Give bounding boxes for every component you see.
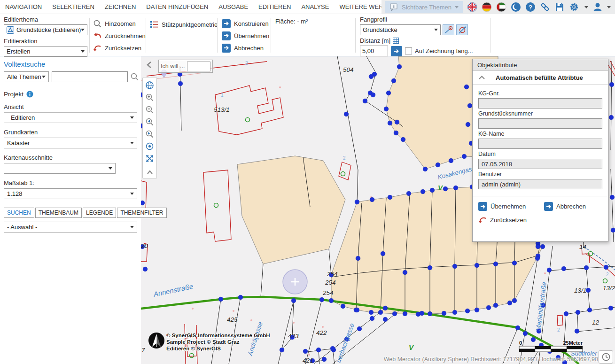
- vertex-dot[interactable]: [344, 112, 349, 116]
- hinzoomen-button[interactable]: Hinzoomen: [93, 18, 146, 29]
- alle-themen-select[interactable]: Alle Themen: [4, 71, 49, 82]
- vertex-dot[interactable]: [381, 251, 385, 256]
- zoom-in-button[interactable]: [143, 91, 156, 103]
- vertex-dot[interactable]: [466, 122, 470, 127]
- vertex-dot[interactable]: [383, 306, 388, 310]
- vertex-dot[interactable]: [586, 288, 591, 293]
- editieraktion-select[interactable]: Erstellen: [4, 46, 87, 57]
- editierthema-select[interactable]: Grundstücke (Editieren): [4, 24, 87, 35]
- apply-distance-button[interactable]: [391, 46, 402, 56]
- ansicht-select[interactable]: Editieren: [4, 112, 137, 123]
- fangprofil-select[interactable]: Grundstücke: [360, 24, 441, 35]
- datum-input[interactable]: [478, 159, 602, 169]
- vertex-dot[interactable]: [406, 191, 411, 196]
- vertex-dot[interactable]: [403, 311, 407, 316]
- zuruecksetzen-button[interactable]: Zurücksetzen: [93, 43, 146, 53]
- vertex-dot[interactable]: [330, 346, 335, 351]
- vertex-dot[interactable]: [428, 311, 432, 316]
- vertex-dot[interactable]: [547, 268, 552, 272]
- vertex-dot[interactable]: [369, 310, 374, 315]
- vertex-dot[interactable]: [322, 357, 327, 362]
- vertex-dot[interactable]: [423, 167, 428, 171]
- vertex-dot[interactable]: [576, 310, 580, 315]
- vertex-dot[interactable]: [465, 309, 470, 313]
- vertex-dot[interactable]: [401, 137, 405, 142]
- vertex-dot[interactable]: [141, 201, 145, 205]
- benutzer-input[interactable]: [478, 179, 602, 189]
- kartenausschnitte-select[interactable]: [4, 163, 116, 174]
- vertex-dot[interactable]: [507, 301, 512, 305]
- menu-editieren[interactable]: EDITIEREN: [253, 3, 296, 10]
- grid-table-icon[interactable]: [393, 38, 399, 44]
- vertex-dot[interactable]: [493, 303, 498, 308]
- collapse-tools-chevron-icon[interactable]: [143, 168, 156, 177]
- previous-extent-button[interactable]: [143, 116, 156, 128]
- vertex-dot[interactable]: [391, 78, 396, 83]
- vertex-dot[interactable]: [356, 256, 360, 261]
- vertex-dot[interactable]: [319, 297, 324, 302]
- stuetzpunktgeometrie-button[interactable]: Stützpunktgeometrie: [150, 19, 218, 30]
- vertex-dot[interactable]: [329, 298, 334, 303]
- vertex-dot[interactable]: [178, 81, 183, 86]
- full-extent-button[interactable]: [143, 152, 156, 164]
- vertex-dot[interactable]: [564, 311, 568, 316]
- vertex-dot[interactable]: [540, 244, 545, 249]
- vertex-dot[interactable]: [608, 306, 613, 310]
- vertex-dot[interactable]: [238, 295, 243, 300]
- vertex-dot[interactable]: [357, 326, 362, 331]
- ich-will-widget[interactable]: Ich will ...: [158, 60, 213, 73]
- vertex-dot[interactable]: [531, 337, 536, 342]
- link-icon[interactable]: [540, 2, 550, 12]
- vertex-dot[interactable]: [369, 74, 374, 79]
- overview-globe-button[interactable]: [143, 79, 156, 91]
- vertex-dot[interactable]: [370, 316, 374, 321]
- vertex-dot[interactable]: [443, 186, 448, 191]
- info-icon[interactable]: [26, 91, 33, 98]
- chevron-down-icon[interactable]: [607, 6, 611, 8]
- vertex-dot[interactable]: [386, 91, 391, 95]
- tab-legende[interactable]: LEGENDE: [83, 208, 116, 218]
- edit-target-cursor[interactable]: [283, 270, 307, 294]
- vertex-dot[interactable]: [442, 311, 446, 316]
- vertex-dot[interactable]: [420, 311, 424, 316]
- vertex-dot[interactable]: [388, 195, 392, 200]
- settings-gear-icon[interactable]: [569, 2, 580, 12]
- vertex-dot[interactable]: [475, 263, 479, 268]
- chevron-down-icon[interactable]: [584, 6, 588, 8]
- menu-daten-hinzufuegen[interactable]: DATEN HINZUFÜGEN: [141, 3, 213, 10]
- vertex-dot[interactable]: [371, 93, 375, 97]
- vertex-dot[interactable]: [462, 154, 467, 159]
- language-flag-ae-icon[interactable]: [496, 2, 506, 12]
- vertex-dot[interactable]: [453, 186, 458, 190]
- language-flag-de-icon[interactable]: [482, 2, 492, 12]
- vertex-dot[interactable]: [384, 107, 389, 111]
- crescent-language-icon[interactable]: [511, 2, 521, 12]
- zuruecknehmen-button[interactable]: Zurücknehmen: [93, 31, 146, 41]
- vertex-dot[interactable]: [587, 308, 592, 312]
- menu-ausgabe[interactable]: AUSGABE: [213, 3, 253, 10]
- search-icon[interactable]: [131, 73, 139, 81]
- vertex-dot[interactable]: [610, 195, 615, 200]
- vertex-dot[interactable]: [430, 188, 435, 193]
- vertex-dot[interactable]: [378, 310, 383, 315]
- snap-edge-button[interactable]: [456, 24, 468, 35]
- vertex-dot[interactable]: [523, 331, 528, 336]
- user-icon[interactable]: [592, 2, 603, 12]
- fulltext-search-input[interactable]: [52, 71, 128, 82]
- vertex-dot[interactable]: [392, 311, 397, 316]
- language-flag-uk-icon[interactable]: [467, 2, 477, 12]
- zoom-out-button[interactable]: [143, 103, 156, 116]
- vertex-dot[interactable]: [394, 131, 398, 135]
- vertex-dot[interactable]: [395, 120, 399, 124]
- kg-name-input[interactable]: [478, 139, 602, 149]
- vertex-dot[interactable]: [604, 265, 608, 270]
- konstruieren-button[interactable]: Konstruieren: [222, 18, 269, 29]
- vertex-dot[interactable]: [403, 270, 407, 275]
- center-map-button[interactable]: [143, 140, 156, 152]
- tab-themenfilter[interactable]: THEMENFILTER: [117, 208, 166, 218]
- tab-suchen[interactable]: SUCHEN: [4, 208, 34, 218]
- tab-themenbaum[interactable]: THEMENBAUM: [35, 208, 82, 218]
- abbrechen-button[interactable]: Abbrechen: [222, 43, 269, 53]
- vertex-dot[interactable]: [280, 348, 284, 352]
- snap-vertex-button[interactable]: [443, 24, 454, 35]
